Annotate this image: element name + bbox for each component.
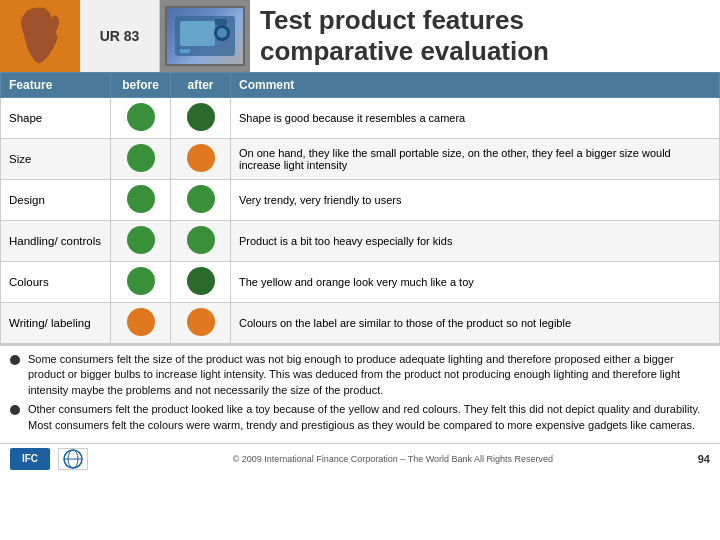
col-header-before: before (111, 73, 171, 98)
product-image (165, 6, 245, 66)
page-header: UR 83 Test product features comparative … (0, 0, 720, 72)
comment-cell: The yellow and orange look very much lik… (231, 262, 720, 303)
bullet-item: Other consumers felt the product looked … (10, 402, 710, 433)
before-cell (111, 180, 171, 221)
svg-rect-1 (180, 21, 215, 46)
page-title-area: Test product features comparative evalua… (250, 0, 720, 72)
after-cell (171, 139, 231, 180)
after-cell (171, 262, 231, 303)
after-cell (171, 303, 231, 344)
feature-cell: Writing/ labeling (1, 303, 111, 344)
col-header-feature: Feature (1, 73, 111, 98)
bullet-text: Other consumers felt the product looked … (28, 402, 710, 433)
svg-point-3 (217, 28, 227, 38)
before-cell (111, 221, 171, 262)
slide-number: UR 83 (80, 0, 160, 72)
svg-rect-4 (180, 49, 190, 53)
bullet-icon (10, 405, 20, 415)
page-title: Test product features comparative evalua… (260, 5, 549, 67)
comment-cell: Product is a bit too heavy especially fo… (231, 221, 720, 262)
footer-copyright: © 2009 International Finance Corporation… (88, 454, 698, 464)
comment-cell: On one hand, they like the small portabl… (231, 139, 720, 180)
feature-cell: Shape (1, 98, 111, 139)
africa-map-icon (13, 6, 68, 66)
before-cell (111, 303, 171, 344)
comparison-table: Feature before after Comment ShapeShape … (0, 72, 720, 344)
table-row: ShapeShape is good because it resembles … (1, 98, 720, 139)
bullet-item: Some consumers felt the size of the prod… (10, 352, 710, 398)
before-cell (111, 262, 171, 303)
table-row: ColoursThe yellow and orange look very m… (1, 262, 720, 303)
table-row: Handling/ controlsProduct is a bit too h… (1, 221, 720, 262)
page-footer: IFC © 2009 International Finance Corpora… (0, 443, 720, 474)
table-row: SizeOn one hand, they like the small por… (1, 139, 720, 180)
ifc-logo: IFC (10, 448, 50, 470)
table-row: DesignVery trendy, very friendly to user… (1, 180, 720, 221)
logo-area (0, 0, 80, 72)
after-cell (171, 180, 231, 221)
product-photo (160, 0, 250, 72)
comment-cell: Shape is good because it resembles a cam… (231, 98, 720, 139)
bullets-section: Some consumers felt the size of the prod… (0, 344, 720, 443)
before-cell (111, 98, 171, 139)
page-number: 94 (698, 453, 710, 465)
svg-rect-5 (215, 19, 227, 25)
footer-logos: IFC (10, 448, 88, 470)
feature-cell: Size (1, 139, 111, 180)
worldbank-logo (58, 448, 88, 470)
col-header-comment: Comment (231, 73, 720, 98)
col-header-after: after (171, 73, 231, 98)
feature-cell: Colours (1, 262, 111, 303)
feature-cell: Design (1, 180, 111, 221)
before-cell (111, 139, 171, 180)
after-cell (171, 221, 231, 262)
bullet-text: Some consumers felt the size of the prod… (28, 352, 710, 398)
after-cell (171, 98, 231, 139)
comment-cell: Colours on the label are similar to thos… (231, 303, 720, 344)
comment-cell: Very trendy, very friendly to users (231, 180, 720, 221)
table-row: Writing/ labelingColours on the label ar… (1, 303, 720, 344)
feature-cell: Handling/ controls (1, 221, 111, 262)
bullet-icon (10, 355, 20, 365)
